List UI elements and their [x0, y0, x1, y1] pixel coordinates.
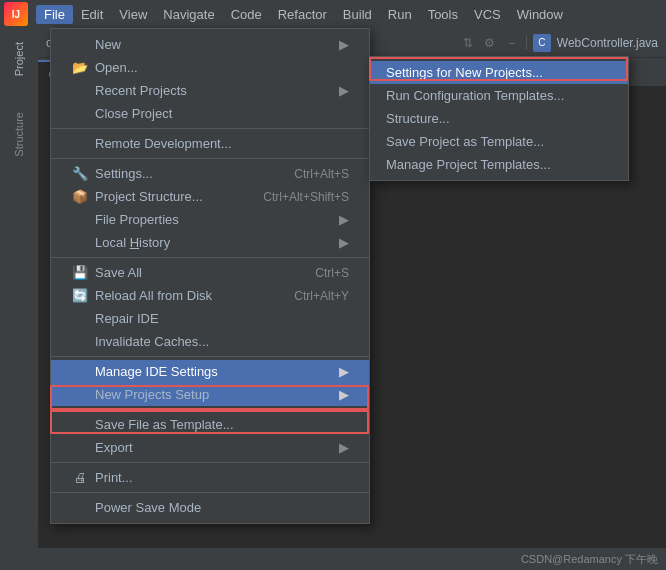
menu-item-invalidate[interactable]: Invalidate Caches... [51, 330, 369, 353]
ide-logo: IJ [4, 2, 28, 26]
arrow-icon: ▶ [339, 387, 349, 402]
menu-item-recent[interactable]: Recent Projects ▶ [51, 79, 369, 102]
menu-refactor[interactable]: Refactor [270, 5, 335, 24]
ide-background: IJ File Edit View Navigate Code Refactor… [0, 0, 666, 570]
settings-new-label: Settings for New Projects... [386, 65, 543, 80]
separator [526, 36, 527, 50]
arrow-icon: ▶ [339, 83, 349, 98]
menu-item-local-history[interactable]: Local History ▶ [51, 231, 369, 254]
editor-toolbar-icons: ⇅ ⚙ − C WebController.java [460, 34, 658, 52]
menu-code[interactable]: Code [223, 5, 270, 24]
submenu-manage-project-templates[interactable]: Manage Project Templates... [370, 153, 628, 176]
menu-item-save-all[interactable]: 💾 Save All Ctrl+S [51, 261, 369, 284]
submenu-save-project-template[interactable]: Save Project as Template... [370, 130, 628, 153]
menu-edit[interactable]: Edit [73, 5, 111, 24]
submenu-structure[interactable]: Structure... [370, 107, 628, 130]
separator-3 [51, 257, 369, 258]
menu-item-repair[interactable]: Repair IDE [51, 307, 369, 330]
menu-item-project-structure[interactable]: 📦 Project Structure... Ctrl+Alt+Shift+S [51, 185, 369, 208]
arrow-icon: ▶ [339, 364, 349, 379]
menu-item-print[interactable]: 🖨 Print... [51, 466, 369, 489]
structure-icon: 📦 [71, 189, 89, 204]
menu-item-open[interactable]: 📂 Open... [51, 56, 369, 79]
menu-item-reload[interactable]: 🔄 Reload All from Disk Ctrl+Alt+Y [51, 284, 369, 307]
sidebar-project-tab[interactable]: Project [9, 34, 29, 84]
class-icon: C [533, 34, 551, 52]
menu-view[interactable]: View [111, 5, 155, 24]
settings-icon[interactable]: ⚙ [482, 35, 498, 51]
menu-item-new[interactable]: New ▶ [51, 33, 369, 56]
menu-item-remote[interactable]: Remote Development... [51, 132, 369, 155]
menu-file[interactable]: File [36, 5, 73, 24]
status-text: CSDN@Redamancy 下午晚 [521, 552, 658, 567]
layout-icon[interactable]: ⇅ [460, 35, 476, 51]
menu-navigate[interactable]: Navigate [155, 5, 222, 24]
separator-1 [51, 128, 369, 129]
menu-item-new-projects[interactable]: New Projects Setup ▶ [51, 383, 369, 406]
reload-icon: 🔄 [71, 288, 89, 303]
menu-item-close[interactable]: Close Project [51, 102, 369, 125]
save-icon: 💾 [71, 265, 89, 280]
file-menu-dropdown: New ▶ 📂 Open... Recent Projects ▶ Close … [50, 28, 370, 524]
menu-item-save-template[interactable]: Save File as Template... [51, 413, 369, 436]
minimize-icon[interactable]: − [504, 35, 520, 51]
menu-run[interactable]: Run [380, 5, 420, 24]
open-icon: 📂 [71, 60, 89, 75]
sidebar: Project Structure [0, 28, 38, 570]
structure-label: Structure... [386, 111, 450, 126]
submenu-settings-new-projects[interactable]: Settings for New Projects... [370, 61, 628, 84]
new-projects-submenu: Settings for New Projects... Run Configu… [369, 56, 629, 181]
menu-item-file-properties[interactable]: File Properties ▶ [51, 208, 369, 231]
menu-tools[interactable]: Tools [420, 5, 466, 24]
separator-2 [51, 158, 369, 159]
status-bar: CSDN@Redamancy 下午晚 [0, 548, 666, 570]
menu-item-settings[interactable]: 🔧 Settings... Ctrl+Alt+S [51, 162, 369, 185]
tab-filename: WebController.java [557, 36, 658, 50]
settings-wrench-icon: 🔧 [71, 166, 89, 181]
run-config-label: Run Configuration Templates... [386, 88, 564, 103]
arrow-icon: ▶ [339, 37, 349, 52]
separator-4 [51, 356, 369, 357]
manage-project-templates-label: Manage Project Templates... [386, 157, 551, 172]
menu-bar: IJ File Edit View Navigate Code Refactor… [0, 0, 666, 28]
menu-item-export[interactable]: Export ▶ [51, 436, 369, 459]
separator-7 [51, 492, 369, 493]
separator-5 [51, 409, 369, 410]
menu-window[interactable]: Window [509, 5, 571, 24]
arrow-icon: ▶ [339, 212, 349, 227]
menu-item-manage-ide[interactable]: Manage IDE Settings ▶ [51, 360, 369, 383]
separator-6 [51, 462, 369, 463]
save-project-template-label: Save Project as Template... [386, 134, 544, 149]
sidebar-structure-tab[interactable]: Structure [9, 104, 29, 165]
menu-build[interactable]: Build [335, 5, 380, 24]
submenu-run-config[interactable]: Run Configuration Templates... [370, 84, 628, 107]
print-icon: 🖨 [71, 470, 89, 485]
arrow-icon: ▶ [339, 235, 349, 250]
menu-item-power-save[interactable]: Power Save Mode [51, 496, 369, 519]
menu-vcs[interactable]: VCS [466, 5, 509, 24]
arrow-icon: ▶ [339, 440, 349, 455]
